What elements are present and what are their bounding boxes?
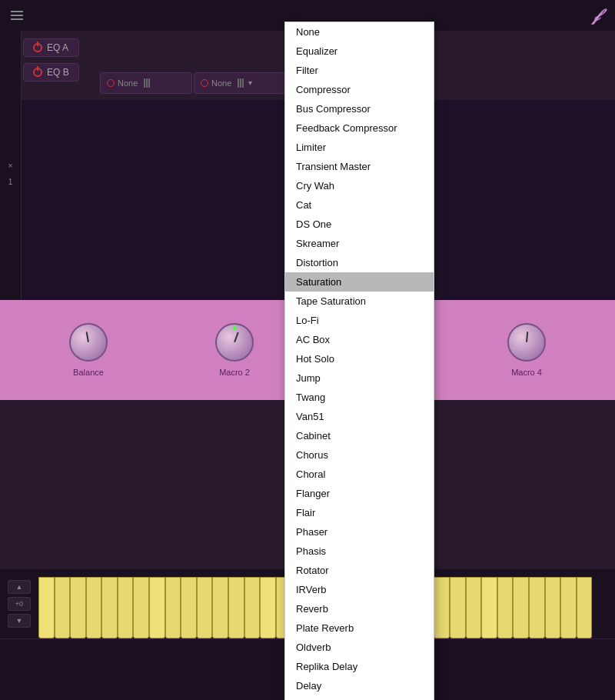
hamburger-menu[interactable] <box>8 8 26 23</box>
effect-slot-1[interactable]: None <box>100 72 192 94</box>
dropdown-item-replika-delay[interactable]: Replika Delay <box>285 657 434 676</box>
eq-b-label: EQ B <box>47 67 69 78</box>
eq-a-button[interactable]: EQ A <box>23 38 79 57</box>
balance-knob-indicator <box>86 332 89 342</box>
dropdown-item-oldverb[interactable]: Oldverb <box>285 638 434 657</box>
dropdown-item-cry-wah[interactable]: Cry Wah <box>285 176 434 195</box>
macro2-knob-indicator <box>234 332 239 343</box>
dropdown-item-rotator[interactable]: Rotator <box>285 561 434 580</box>
piano-white-key[interactable] <box>212 577 228 638</box>
dropdown-item-phaser[interactable]: Phaser <box>285 522 434 542</box>
slot1-bars <box>144 78 150 88</box>
dropdown-item-gain[interactable]: Gain <box>285 695 434 700</box>
macro2-label: Macro 2 <box>219 368 250 377</box>
dropdown-item-ds-one[interactable]: DS One <box>285 215 434 234</box>
eq-b-power-icon <box>33 68 42 77</box>
dropdown-item-bus-compressor[interactable]: Bus Compressor <box>285 99 434 118</box>
dropdown-item-limiter[interactable]: Limiter <box>285 138 434 157</box>
macro-2: Macro 2 <box>215 323 254 377</box>
piano-white-key[interactable] <box>149 577 165 638</box>
macro2-dot-icon <box>233 326 237 330</box>
piano-white-key[interactable] <box>497 577 514 638</box>
piano-white-key[interactable] <box>513 577 529 638</box>
eq-a-label: EQ A <box>47 42 68 53</box>
piano-white-key[interactable] <box>181 577 197 638</box>
slot2-arrow-icon: ▾ <box>248 78 252 87</box>
dropdown-item-feedback-compressor[interactable]: Feedback Compressor <box>285 118 434 138</box>
piano-white-key[interactable] <box>466 577 482 638</box>
piano-white-key[interactable] <box>481 577 497 638</box>
macro-4: Macro 4 <box>507 323 546 377</box>
piano-octave-label: +0 <box>8 597 31 611</box>
eq-a-power-icon <box>33 43 42 52</box>
dropdown-item-choral[interactable]: Choral <box>285 465 434 484</box>
dropdown-item-flair[interactable]: Flair <box>285 503 434 522</box>
piano-white-key[interactable] <box>228 577 244 638</box>
slot2-bars <box>238 78 244 88</box>
dropdown-item-hot-solo[interactable]: Hot Solo <box>285 349 434 368</box>
piano-white-key[interactable] <box>244 577 261 638</box>
dropdown-item-delay[interactable]: Delay <box>285 676 434 695</box>
piano-white-key[interactable] <box>545 577 561 638</box>
piano-white-key[interactable] <box>38 577 55 638</box>
piano-white-key[interactable] <box>450 577 466 638</box>
dropdown-item-van51[interactable]: Van51 <box>285 407 434 426</box>
eq-section: EQ A EQ B <box>23 38 79 82</box>
slot2-label: None <box>211 78 231 88</box>
balance-knob[interactable] <box>69 323 108 362</box>
dropdown-item-reverb[interactable]: Reverb <box>285 599 434 618</box>
slot2-power-icon <box>201 79 208 87</box>
macro-balance: Balance <box>69 323 108 377</box>
dropdown-item-skreamer[interactable]: Skreamer <box>285 234 434 253</box>
piano-white-key[interactable] <box>434 577 450 638</box>
macro4-label: Macro 4 <box>511 368 542 377</box>
piano-white-key[interactable] <box>70 577 86 638</box>
dropdown-item-plate-reverb[interactable]: Plate Reverb <box>285 618 434 638</box>
piano-white-key[interactable] <box>55 577 71 638</box>
dropdown-menu: NoneEqualizerFilterCompressorBus Compres… <box>284 22 434 700</box>
dropdown-item-filter[interactable]: Filter <box>285 61 434 80</box>
dropdown-item-jump[interactable]: Jump <box>285 368 434 388</box>
dropdown-item-transient-master[interactable]: Transient Master <box>285 157 434 176</box>
dropdown-item-chorus[interactable]: Chorus <box>285 445 434 465</box>
piano-up-button[interactable]: ▲ <box>8 580 31 594</box>
side-close-button[interactable]: × <box>8 161 12 170</box>
dropdown-item-ac-box[interactable]: AC Box <box>285 330 434 349</box>
piano-white-key[interactable] <box>133 577 149 638</box>
macro4-knob-indicator <box>526 332 528 342</box>
piano-white-key[interactable] <box>101 577 118 638</box>
dropdown-item-cabinet[interactable]: Cabinet <box>285 426 434 445</box>
balance-label: Balance <box>73 368 104 377</box>
piano-white-key[interactable] <box>560 577 577 638</box>
dropdown-item-flanger[interactable]: Flanger <box>285 484 434 503</box>
dropdown-item-tape-saturation[interactable]: Tape Saturation <box>285 292 434 311</box>
dropdown-item-equalizer[interactable]: Equalizer <box>285 42 434 61</box>
macro2-knob[interactable] <box>215 323 254 362</box>
piano-down-button[interactable]: ▼ <box>8 614 31 628</box>
piano-white-key[interactable] <box>118 577 134 638</box>
piano-white-key[interactable] <box>260 577 276 638</box>
macro4-knob[interactable] <box>507 323 546 362</box>
piano-white-key[interactable] <box>165 577 181 638</box>
dropdown-item-lo-fi[interactable]: Lo-Fi <box>285 311 434 330</box>
piano-white-key[interactable] <box>86 577 102 638</box>
app-logo: 𝒻 <box>594 0 600 31</box>
dropdown-item-saturation[interactable]: Saturation <box>285 272 434 292</box>
side-number: 1 <box>8 178 13 186</box>
eq-b-button[interactable]: EQ B <box>23 63 79 82</box>
dropdown-item-twang[interactable]: Twang <box>285 388 434 407</box>
dropdown-item-compressor[interactable]: Compressor <box>285 80 434 99</box>
dropdown-item-none[interactable]: None <box>285 22 434 42</box>
piano-white-key[interactable] <box>577 577 592 638</box>
dropdown-item-irverb[interactable]: IRVerb <box>285 580 434 599</box>
slot1-label: None <box>118 78 138 88</box>
dropdown-item-phasis[interactable]: Phasis <box>285 542 434 561</box>
dropdown-item-cat[interactable]: Cat <box>285 195 434 215</box>
effect-slot-2[interactable]: None ▾ <box>194 72 286 94</box>
slot1-power-icon <box>107 79 115 87</box>
piano-white-key[interactable] <box>197 577 213 638</box>
side-panel: × 1 <box>0 31 22 315</box>
piano-white-key[interactable] <box>529 577 545 638</box>
dropdown-item-distortion[interactable]: Distortion <box>285 253 434 272</box>
piano-controls: ▲ +0 ▼ <box>0 569 38 638</box>
